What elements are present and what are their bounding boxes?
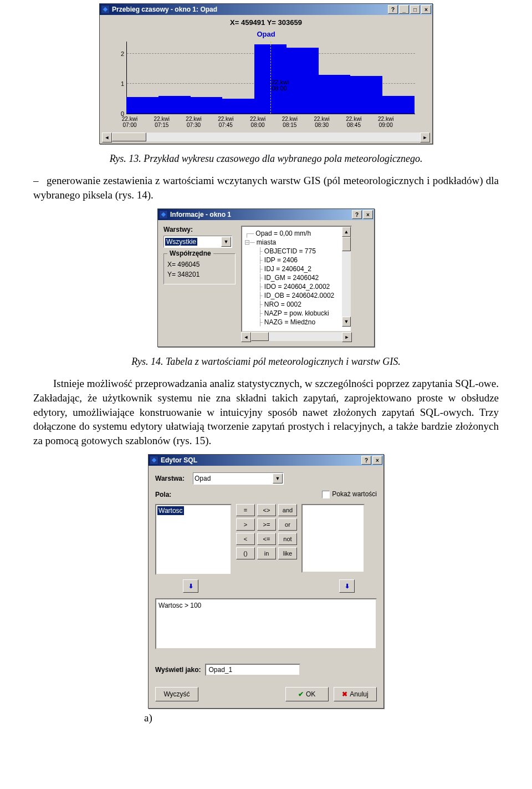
fields-label: Pola: [155,491,188,498]
operator-button[interactable]: >= [257,518,276,531]
layers-combobox[interactable]: Wszystkie ▼ [163,236,232,248]
scroll-left-icon[interactable]: ◄ [241,332,251,342]
scroll-thumb[interactable] [112,133,146,141]
titlebar-chart[interactable]: Przebieg czasowy - okno 1: Opad ? _ □ × [100,4,432,15]
chart-plot: 0 1 2 22.kwi 08:00 22.kwi07:0022.kwi07:1… [111,42,421,130]
close-button[interactable]: × [421,5,431,14]
figure-caption-14: Rys. 14. Tabela z wartościami pól meteor… [33,356,499,368]
cancel-button[interactable]: ✖Anuluj [334,687,377,701]
scroll-thumb[interactable] [251,332,269,341]
operator-button[interactable]: like [278,547,297,559]
display-as-label: Wyświetl jako: [155,666,201,674]
add-value-button[interactable]: ⬇ [339,579,355,593]
x-tick: 22.kwi07:15 [149,116,175,128]
x-tick: 22.kwi08:15 [277,116,303,128]
chart-title: Opad [101,29,431,42]
info-window: Informacje - okno 1 ? × Warstwy: Wszystk… [157,208,375,347]
operator-button[interactable]: or [278,518,297,531]
x-tick: 22.kwi07:30 [181,116,207,128]
y-tick: 1 [121,80,124,87]
attribute-tree[interactable]: ┌─ Opad = 0,00 mm/h ⊟─ miasta ├ OBJECTID… [241,226,352,332]
chart-window: Przebieg czasowy - okno 1: Opad ? _ □ × … [99,3,433,144]
operator-button[interactable]: not [278,533,297,545]
close-button[interactable]: × [363,210,373,219]
window-title: Edytor SQL [161,456,360,464]
operator-button[interactable]: < [236,533,255,545]
fields-listbox[interactable]: Wartosc [155,504,232,575]
help-button[interactable]: ? [352,210,362,219]
help-button[interactable]: ? [388,5,398,14]
x-tick: 22.kwi09:00 [372,116,399,128]
operator-button[interactable]: > [236,518,255,531]
bullet-item: –generowanie zestawienia z wartościami w… [33,174,499,202]
operator-button[interactable]: <= [257,533,276,545]
close-button[interactable]: × [372,456,382,465]
tree-hscrollbar[interactable]: ◄ ► [241,332,352,341]
ok-button[interactable]: ✔OK [285,687,329,701]
scroll-right-icon[interactable]: ► [342,332,352,342]
app-icon [101,5,110,14]
display-as-input[interactable]: Opad_1 [205,664,300,676]
layer-combobox[interactable]: Opad ▼ [193,472,284,485]
operator-button[interactable]: in [257,547,276,559]
scroll-right-icon[interactable]: ► [420,133,430,142]
scroll-down-icon[interactable]: ▼ [342,317,351,327]
add-field-button[interactable]: ⬇ [183,579,198,593]
y-tick: 2 [121,50,124,57]
maximize-button[interactable]: □ [410,5,420,14]
layers-label: Warstwy: [163,226,236,233]
scroll-left-icon[interactable]: ◄ [102,133,112,142]
show-values-checkbox[interactable]: Pokaż wartości [322,490,377,498]
titlebar-sql[interactable]: Edytor SQL ? × [149,455,383,466]
time-marker [270,42,271,114]
scroll-up-icon[interactable]: ▲ [342,227,351,237]
coord-readout: X= 459491 Y= 303659 [101,16,431,29]
x-tick: 22.kwi07:00 [116,116,143,128]
coord-groupbox: Współrzędne X= 496045 Y= 348201 [163,253,236,284]
figure-caption-13: Rys. 13. Przykład wykresu czasowego dla … [33,153,499,165]
tree-vscrollbar[interactable]: ▲ ▼ [342,227,351,327]
chart-hscrollbar[interactable]: ◄ ► [102,133,430,141]
minimize-button[interactable]: _ [399,5,409,14]
x-tick: 22.kwi08:30 [309,116,335,128]
list-item[interactable]: Wartosc [157,506,184,515]
layer-label: Warstwa: [155,475,188,482]
chevron-down-icon[interactable]: ▼ [273,474,283,483]
subfigure-label-a: a) [144,712,152,724]
operator-button[interactable]: <> [257,504,276,516]
clear-button[interactable]: Wyczyść [155,687,198,701]
chevron-down-icon[interactable]: ▼ [221,237,231,247]
paragraph: Istnieje możliwość przeprowadzania anali… [33,376,499,447]
x-tick: 22.kwi08:00 [244,116,271,128]
marker-label: 22.kwi 08:00 [272,79,289,91]
sql-textarea[interactable]: Wartosc > 100 [155,598,377,649]
help-button[interactable]: ? [361,456,371,465]
scroll-thumb[interactable] [342,237,351,251]
x-tick: 22.kwi07:45 [212,116,239,128]
operator-button[interactable]: = [236,504,255,516]
operator-button[interactable]: and [278,504,297,516]
x-tick: 22.kwi08:45 [340,116,367,128]
titlebar-info[interactable]: Informacje - okno 1 ? × [158,209,374,220]
values-listbox[interactable] [301,504,365,573]
sql-editor-window: Edytor SQL ? × Warstwa: Opad ▼ Pola: Pok… [148,454,384,709]
app-icon [150,456,158,465]
operator-button[interactable]: () [236,547,255,559]
coord-y: Y= 348201 [167,271,232,278]
coord-x: X= 496045 [167,261,232,268]
app-icon [159,210,168,219]
window-title: Przebieg czasowy - okno 1: Opad [112,6,387,13]
window-title: Informacje - okno 1 [170,211,351,218]
